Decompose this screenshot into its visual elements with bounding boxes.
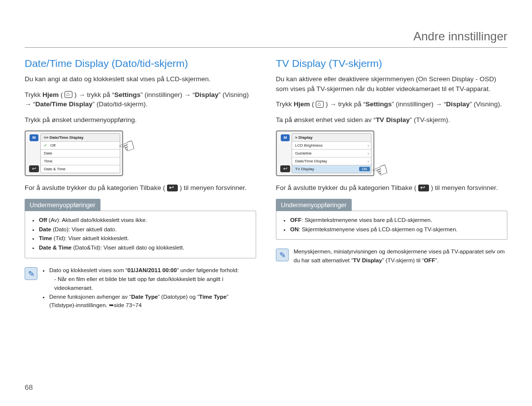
txt: ” (Datotype) og “ — [158, 294, 199, 300]
chevron-right-icon: › — [367, 159, 369, 164]
hjem-label: Hjem — [294, 100, 310, 108]
right-column: TV Display (TV-skjerm) Du kan aktivere e… — [276, 58, 507, 310]
settings-label: Settings — [114, 91, 140, 98]
back-button-icon: ↩ — [29, 165, 39, 172]
submenu-header: Undermenyoppføringer — [25, 199, 100, 211]
txt: ( — [310, 100, 316, 108]
back-icon — [167, 185, 178, 191]
note-body: Menyskjermen, miniatyrvisningen og demos… — [294, 248, 507, 265]
lcd-screenshot-tvdisplay: M ↩ ☜ > Display LCD Brightness› Guidelin… — [276, 130, 374, 176]
left-column: Date/Time Display (Dato/tid-skjerm) Du k… — [25, 58, 256, 310]
list-item: ON: Skjermtekstmenyene vises på LCD-skje… — [290, 225, 500, 234]
right-intro: Du kan aktivere eller deaktivere skjermm… — [276, 74, 507, 94]
opt-desc: (Av): Aktuell dato/klokkeslett vises ikk… — [47, 217, 147, 223]
opt-desc: (Tid): Viser aktuelt klokkeslett. — [52, 235, 129, 241]
lcd-menu-title: > Display — [292, 134, 371, 142]
left-heading: Date/Time Display (Dato/tid-skjerm) — [25, 58, 256, 69]
list-item: OFF: Skjermtekstmenyene vises bare på LC… — [290, 216, 500, 225]
label: LCD Brightness — [295, 143, 323, 148]
page-number: 68 — [25, 383, 33, 391]
note-block: ✎ Dato og klokkeslett vises som “01/JAN/… — [25, 266, 256, 310]
txt: ” (Visning). — [470, 100, 502, 108]
lcd-option-tvdisplay: TV DisplayON — [292, 165, 371, 173]
opt-desc: (Dato): Viser aktuell dato. — [51, 226, 117, 232]
settings-label: Settings — [366, 100, 392, 108]
tv-display-label: TV Display — [353, 257, 382, 263]
opt-label: OFF — [290, 217, 301, 223]
note-body: Dato og klokkeslett vises som “01/JAN/20… — [42, 266, 256, 310]
txt: Trykk — [25, 91, 42, 98]
txt: Trykk — [276, 100, 294, 108]
note-block: ✎ Menyskjermen, miniatyrvisningen og dem… — [276, 248, 507, 265]
txt: ” (innstillinger) → “ — [140, 91, 195, 98]
back-icon — [418, 185, 429, 191]
lcd-screenshot-datetime: M ↩ ☜ >> Date/Time Display Off Date Time… — [25, 130, 123, 176]
lcd-menu-title: >> Date/Time Display — [41, 134, 120, 142]
lcd-sidebar: M ↩ — [28, 133, 40, 173]
label: TV Display — [295, 167, 314, 171]
lcd-option-time: Time — [41, 157, 120, 165]
off-label: OFF — [424, 257, 435, 263]
txt: ” under følgende forhold: — [177, 267, 239, 273]
note-icon: ✎ — [276, 249, 289, 261]
tv-display-label: TV Display — [376, 116, 410, 124]
right-step: Ta på ønsket enhet ved siden av “TV Disp… — [276, 115, 507, 125]
txt: Denne funksjonen avhenger av “ — [49, 294, 131, 300]
label: Date/Time Display — [295, 159, 327, 163]
list-item: Date & Time (Dato&Tid): Viser aktuell da… — [39, 244, 249, 252]
left-close-instruction: For å avslutte trykker du på kategorien … — [25, 183, 256, 193]
lcd-menu: ☜ > Display LCD Brightness› Guideline› D… — [292, 133, 371, 173]
note-sub: - Når en film eller et bilde ble tatt op… — [49, 275, 256, 293]
time-type-label: Time Type — [199, 294, 227, 300]
hjem-label: Hjem — [42, 91, 59, 98]
label: Guideline — [295, 151, 312, 156]
lcd-sidebar: M ↩ — [279, 133, 292, 173]
txt: ” (innstillinger) → “ — [392, 100, 446, 108]
note-icon: ✎ — [25, 267, 37, 280]
lcd-option-guideline: Guideline› — [292, 150, 371, 157]
mode-badge-icon: M — [30, 134, 38, 141]
txt: ) → trykk på “ — [72, 91, 114, 98]
home-icon — [65, 91, 72, 98]
page-header: Andre innstillinger — [25, 30, 507, 48]
opt-desc: : Skjermtekstmenyene vises på LCD-skjerm… — [299, 226, 458, 232]
opt-label: Date — [39, 226, 51, 232]
opt-label: Off — [39, 217, 47, 223]
content-columns: Date/Time Display (Dato/tid-skjerm) Du k… — [25, 58, 507, 310]
submenu-header: Undermenyoppføringer — [276, 199, 352, 211]
opt-label: ON — [290, 226, 299, 232]
datetime-display-label: Date/Time Display — [35, 100, 93, 108]
submenu-box: OFF: Skjermtekstmenyene vises bare på LC… — [276, 211, 507, 240]
mode-badge-icon: M — [281, 134, 290, 141]
opt-desc: : Skjermtekstmenyene vises bare på LCD-s… — [301, 217, 432, 223]
opt-desc: (Dato&Tid): Viser aktuell dato og klokke… — [71, 245, 184, 250]
on-badge: ON — [359, 167, 370, 171]
lcd-option-off: Off — [41, 142, 120, 150]
txt: ” (TV-skjerm). — [410, 116, 450, 124]
lcd-option-date: Date — [41, 150, 120, 157]
home-icon — [316, 101, 324, 108]
submenu-list: OFF: Skjermtekstmenyene vises bare på LC… — [290, 216, 500, 234]
lcd-option-datetime: Date/Time Display› — [292, 157, 371, 165]
back-button-icon: ↩ — [280, 165, 290, 172]
pointing-hand-icon: ☜ — [369, 158, 392, 184]
txt: Dato og klokkeslett vises som “ — [49, 267, 128, 273]
txt: ” (TV-skjerm) til “ — [382, 257, 424, 263]
right-heading: TV Display (TV-skjerm) — [276, 58, 507, 69]
display-label: Display — [195, 91, 219, 98]
note-item: Denne funksjonen avhenger av “Date Type”… — [49, 293, 256, 311]
list-item: Date (Dato): Viser aktuell dato. — [39, 225, 249, 234]
chevron-right-icon: › — [367, 143, 369, 148]
display-label: Display — [446, 100, 470, 108]
txt: ”. — [435, 257, 439, 263]
list-item: Time (Tid): Viser aktuelt klokkeslett. — [39, 234, 249, 243]
lcd-option-datetime: Date & Time — [41, 165, 120, 173]
txt: ( — [59, 91, 65, 98]
submenu-list: Off (Av): Aktuell dato/klokkeslett vises… — [39, 216, 249, 252]
txt: ) til menyen forsvinner. — [178, 184, 247, 191]
left-nav-path: Trykk Hjem ( ) → trykk på “Settings” (in… — [25, 90, 256, 109]
txt: For å avslutte trykker du på kategorien … — [276, 184, 418, 191]
txt: ) til menyen forsvinner. — [429, 184, 498, 191]
opt-label: Time — [39, 235, 52, 241]
left-step: Trykk på ønsket undermenyoppføring. — [25, 115, 256, 125]
